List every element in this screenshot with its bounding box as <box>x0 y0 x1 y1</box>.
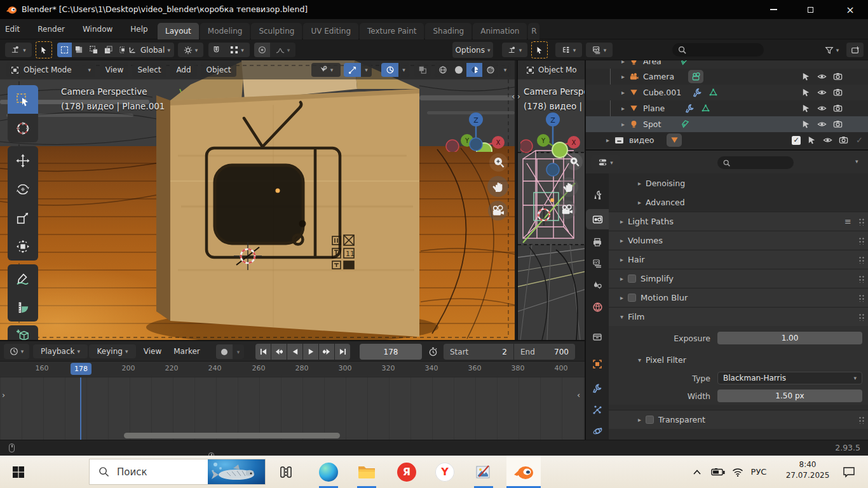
selectable-icon[interactable] <box>801 104 811 113</box>
properties-options-icon[interactable]: ▾ <box>855 158 858 165</box>
drag-dots-icon[interactable] <box>858 416 864 424</box>
hide-viewport-icon[interactable] <box>817 72 827 81</box>
expand-icon[interactable]: ▸ <box>621 73 629 80</box>
selectable-icon[interactable] <box>801 88 811 97</box>
outliner-row-camera[interactable]: ▸ Camera <box>586 69 868 85</box>
use-preview-range-toggle[interactable] <box>424 344 441 360</box>
tab-object[interactable] <box>586 355 609 373</box>
outliner-row-area[interactable]: ▸ Area <box>586 60 868 69</box>
proportional-falloff-dropdown[interactable]: ▾ <box>270 43 295 57</box>
panel-motion-blur[interactable]: ▸Motion Blur <box>609 288 868 307</box>
outliner-row-plane[interactable]: ▸ Plane <box>586 100 868 116</box>
scroll-left-icon[interactable]: ‹ <box>577 390 580 400</box>
expand-icon[interactable]: ▸ <box>621 60 629 65</box>
frame-start-field[interactable]: Start2 <box>444 344 513 360</box>
maximize-button[interactable] <box>796 0 825 19</box>
auto-keying-dropdown[interactable]: ▾ <box>233 344 244 359</box>
menu-edit[interactable]: Edit <box>1 19 29 39</box>
viewport-3d[interactable]: 11 Object Mode ▾ View Select Add Object … <box>0 60 515 340</box>
panel-simplify[interactable]: ▸Simplify <box>609 269 868 288</box>
tab-tool[interactable] <box>586 186 609 204</box>
outliner-search-field[interactable] <box>672 43 764 57</box>
tab-output[interactable] <box>586 233 609 251</box>
prev-keyframe-button[interactable] <box>271 344 287 360</box>
hide-viewport-icon[interactable] <box>817 88 827 97</box>
menu-object[interactable]: Object <box>201 63 236 77</box>
selectable-icon[interactable] <box>801 119 811 129</box>
filter-type-dropdown[interactable]: Blackman-Harris▾ <box>717 372 862 384</box>
select-mode-lasso[interactable] <box>101 43 116 57</box>
expand-icon[interactable]: ▸ <box>621 121 629 128</box>
menu-render[interactable]: Render <box>29 19 74 39</box>
tab-particles[interactable] <box>586 401 609 419</box>
tool-transform[interactable] <box>8 232 38 261</box>
auto-keying-toggle[interactable] <box>216 344 233 359</box>
outliner-row-video-collection[interactable]: ▸ видео ✓ ✓ <box>586 132 868 148</box>
jump-to-start-button[interactable] <box>255 344 271 360</box>
pan-button[interactable] <box>487 176 508 197</box>
overlays-dropdown[interactable]: ▾ <box>398 63 409 77</box>
drag-dots-icon[interactable] <box>858 217 864 226</box>
tab-modeling[interactable]: Modeling <box>200 23 250 39</box>
object-name[interactable]: Spot <box>643 119 661 129</box>
object-name[interactable]: Area <box>643 60 661 66</box>
select-mode-box[interactable] <box>72 43 86 57</box>
current-frame-field[interactable]: 178 <box>360 344 422 360</box>
hide-render-icon[interactable] <box>839 135 848 145</box>
taskbar-app-edge[interactable] <box>316 456 341 488</box>
play-button[interactable] <box>303 344 318 360</box>
hide-render-icon[interactable] <box>833 88 843 97</box>
panel-denoising[interactable]: ▸Denoising <box>609 173 868 193</box>
timeline-editor-type-button[interactable]: ▾ <box>4 344 29 359</box>
panel-film[interactable]: ▾Film <box>609 307 868 326</box>
search-daily-image[interactable] <box>208 459 265 484</box>
drag-dots-icon[interactable] <box>858 274 864 283</box>
taskbar-app-yandex-browser[interactable]: Y <box>432 456 458 488</box>
object-name[interactable]: Cube.001 <box>643 88 681 97</box>
new-collection-button[interactable] <box>846 43 864 57</box>
tray-wifi[interactable] <box>728 456 747 488</box>
minimize-button[interactable] <box>759 0 788 19</box>
tab-uv-editing[interactable]: UV Editing <box>303 23 358 39</box>
select-mode-tweak[interactable] <box>57 43 72 57</box>
tray-chevron[interactable] <box>688 456 707 488</box>
tool-rotate[interactable] <box>8 175 38 203</box>
taskbar-app-explorer[interactable] <box>354 456 379 488</box>
notification-center-button[interactable] <box>836 456 862 488</box>
taskbar-app-blender[interactable] <box>506 456 541 488</box>
options-dropdown[interactable]: Options ▾ <box>452 42 493 58</box>
expand-icon[interactable]: ▸ <box>606 137 614 144</box>
proportional-edit-toggle[interactable] <box>254 43 270 57</box>
tab-world[interactable] <box>586 298 609 316</box>
properties-editor-type-button[interactable]: ▾ <box>591 155 620 170</box>
panel-hair[interactable]: ▸Hair <box>609 250 868 269</box>
pan-button-2[interactable] <box>559 177 578 197</box>
tray-clock[interactable]: 8:40 27.07.2025 <box>780 460 835 480</box>
mode-dropdown[interactable]: Object Mode ▾ <box>6 63 95 77</box>
outliner-filter-button[interactable]: ▾ <box>820 43 844 57</box>
outliner-row-spot[interactable]: ▸ Spot <box>586 116 868 132</box>
tray-battery[interactable] <box>708 456 728 488</box>
editor-type-button-2[interactable]: ▾ <box>502 43 527 57</box>
menu-select[interactable]: Select <box>132 63 166 77</box>
outliner-row-cube[interactable]: ▸ Cube.001 <box>586 85 868 100</box>
tab-modifiers[interactable] <box>586 379 609 397</box>
active-tool-button-2[interactable] <box>531 41 548 58</box>
tool-scale[interactable] <box>8 203 38 232</box>
hide-viewport-icon[interactable] <box>817 104 827 113</box>
shading-solid[interactable] <box>451 63 466 77</box>
tab-texture-paint[interactable]: Texture Paint <box>360 23 424 39</box>
selectable-icon[interactable] <box>807 135 817 145</box>
gizmo-dropdown[interactable]: ▾ <box>361 63 372 77</box>
panel-light-paths[interactable]: ▸Light Paths≡ <box>609 212 868 231</box>
hide-render-icon[interactable] <box>833 119 843 129</box>
tool-cursor[interactable] <box>8 114 38 142</box>
panel-transparent[interactable]: ▸Transparent <box>609 410 868 429</box>
drag-dots-icon[interactable] <box>858 294 864 302</box>
hide-viewport-icon[interactable] <box>817 119 827 129</box>
expand-icon[interactable]: ▸ <box>621 105 629 112</box>
transform-orientation-dropdown[interactable]: Global ▾ <box>125 43 174 57</box>
tool-measure[interactable] <box>8 293 38 322</box>
play-reverse-button[interactable] <box>287 344 302 360</box>
panel-volumes[interactable]: ▸Volumes <box>609 231 868 250</box>
